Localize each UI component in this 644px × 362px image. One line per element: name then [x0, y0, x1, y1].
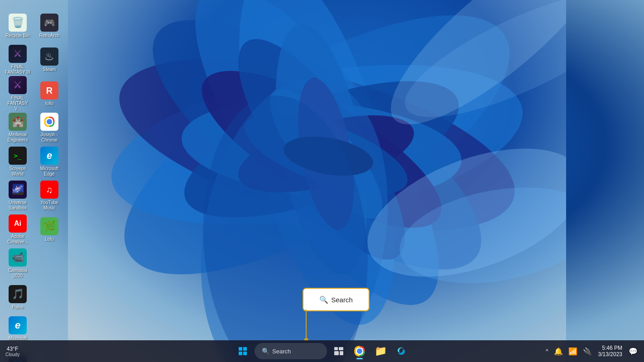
desktop-icon-universe[interactable]: 🌌 Universe Sandbox — [2, 179, 33, 213]
desktop-icon-lotu[interactable]: 🌿 Lotu — [34, 213, 65, 247]
tray-notification-icon[interactable]: 🔔 — [553, 346, 564, 357]
tray-chevron[interactable]: ^ — [545, 347, 549, 355]
desktop-icon-msedge1[interactable]: e Microsoft Edge — [34, 145, 65, 179]
msedge1-label: Microsoft Edge — [36, 166, 63, 177]
desktop-icon-medieval[interactable]: 🏰 Medieval Engineers — [2, 111, 33, 145]
svg-rect-30 — [239, 352, 242, 355]
taskbar-app-msedge[interactable] — [392, 342, 410, 360]
msedge1-icon: e — [40, 147, 58, 165]
desktop-icon-ytmusic[interactable]: ♫ YouTube Music — [34, 179, 65, 213]
desktop-icon-joseph-chrome[interactable]: Joseph - Chrome — [34, 111, 65, 145]
icon-row-3: 🏰 Medieval Engineers Joseph - Chrome — [2, 111, 65, 145]
tray-battery-icon[interactable]: 🔌 — [582, 346, 593, 357]
desktop-icon-adobe[interactable]: Ai Adobe Creative... — [2, 213, 33, 247]
joseph-chrome-label: Joseph - Chrome — [36, 132, 63, 143]
taskbar-app-explorer[interactable]: 📁 — [371, 342, 389, 360]
recycle-bin-label: Recycle Bin — [6, 33, 30, 38]
lotu-label: Lotu — [45, 237, 53, 242]
camtasia-icon: 📹 — [9, 248, 27, 267]
lotu-icon: 🌿 — [40, 217, 58, 235]
camtasia-label: Camtasia 2020 — [4, 268, 31, 279]
taskbar-task-view[interactable] — [330, 342, 348, 360]
desktop-icon-ff3[interactable]: ⚔ FINAL FANTASY III — [2, 43, 33, 77]
desktop-icon-camtasia[interactable]: 📹 Camtasia 2020 — [2, 247, 33, 281]
icon-row-4: >_ Screeps World e Microsoft Edge — [2, 145, 65, 179]
annotation-callout: 🔍 Search — [303, 288, 370, 317]
screeps-label: Screeps World — [4, 166, 31, 177]
medieval-label: Medieval Engineers — [4, 132, 31, 143]
clock-time: 5:46 PM — [598, 345, 622, 351]
desktop-icon-steam[interactable]: ♨ Steam — [34, 43, 65, 77]
svg-point-25 — [48, 120, 51, 124]
desktop-icon-piano[interactable]: 🎵 Piano — [2, 281, 33, 314]
desktop-icon-ffv[interactable]: ⚔ FINAL FANTASY V... — [2, 77, 33, 111]
desktop-icon-recycle-bin[interactable]: 🗑️ Recycle Bin — [2, 9, 33, 43]
ffv-label: FINAL FANTASY V... — [4, 95, 31, 112]
icon-row-8: 🎵 Piano — [2, 281, 65, 314]
retroarch-label: RetroArch — [39, 33, 59, 38]
desktop-icon-area: 🗑️ Recycle Bin 🎮 RetroArch ⚔ FINAL FANTA… — [0, 5, 67, 362]
ff3-label: FINAL FANTASY III — [4, 64, 31, 75]
svg-rect-34 — [334, 351, 339, 355]
icon-row-2: ⚔ FINAL FANTASY V... R Iollo — [2, 77, 65, 111]
taskbar-right: ^ 🔔 📶 🔌 5:46 PM 3/13/2023 💬 — [545, 344, 639, 358]
explorer-icon: 📁 — [375, 345, 387, 357]
task-view-icon — [334, 347, 343, 355]
msedge2-icon: e — [9, 316, 27, 334]
svg-rect-29 — [243, 347, 247, 351]
recycle-bin-icon: 🗑️ — [9, 14, 27, 32]
svg-rect-28 — [239, 347, 242, 351]
piano-icon: 🎵 — [9, 285, 27, 303]
svg-rect-35 — [340, 351, 343, 355]
iollo-icon: R — [40, 81, 58, 100]
ff3-icon: ⚔ — [9, 45, 27, 63]
screeps-icon: >_ — [9, 147, 27, 165]
weather-temp: 43°F — [7, 346, 18, 352]
taskbar: 43°F Cloudy 🔍 Search — [0, 340, 644, 362]
icon-row-0: 🗑️ Recycle Bin 🎮 RetroArch — [2, 9, 65, 43]
taskbar-search-label: Search — [272, 348, 291, 355]
tray-network-icon[interactable]: 📶 — [567, 346, 578, 357]
svg-point-38 — [358, 349, 361, 353]
weather-area[interactable]: 43°F Cloudy — [5, 346, 19, 357]
universe-label: Universe Sandbox — [4, 200, 31, 211]
adobe-icon: Ai — [9, 214, 27, 233]
clock-date: 3/13/2023 — [598, 351, 622, 357]
taskbar-search-icon: 🔍 — [262, 348, 269, 355]
edge-taskbar-icon — [396, 346, 407, 357]
svg-rect-32 — [334, 347, 338, 350]
iollo-label: Iollo — [45, 101, 53, 106]
taskbar-search-button[interactable]: 🔍 Search — [255, 343, 327, 359]
callout-box: 🔍 Search — [303, 288, 370, 311]
notification-center-icon[interactable]: 💬 — [628, 346, 639, 357]
start-button[interactable] — [234, 342, 252, 360]
steam-icon: ♨ — [40, 48, 58, 66]
desktop-icon-iollo[interactable]: R Iollo — [34, 77, 65, 111]
windows-logo-icon — [239, 347, 247, 355]
weather-desc: Cloudy — [5, 352, 19, 357]
icon-row-6: Ai Adobe Creative... 🌿 Lotu — [2, 213, 65, 247]
desktop-icon-retroarch[interactable]: 🎮 RetroArch — [34, 9, 65, 43]
desktop-icon-screeps[interactable]: >_ Screeps World — [2, 145, 33, 179]
callout-search-icon: 🔍 — [319, 295, 328, 304]
adobe-label: Adobe Creative... — [4, 234, 31, 245]
svg-rect-33 — [339, 347, 343, 350]
retroarch-icon: 🎮 — [40, 14, 58, 32]
taskbar-center: 🔍 Search 📁 — [234, 342, 410, 360]
taskbar-app-chrome[interactable] — [351, 342, 369, 360]
medieval-icon: 🏰 — [9, 113, 27, 131]
system-clock[interactable]: 5:46 PM 3/13/2023 — [596, 344, 624, 358]
chrome-taskbar-icon — [354, 346, 365, 357]
ytmusic-label: YouTube Music — [36, 200, 63, 211]
callout-label: Search — [331, 296, 353, 304]
universe-icon: 🌌 — [9, 181, 27, 199]
steam-label: Steam — [43, 67, 56, 72]
piano-label: Piano — [12, 305, 24, 310]
joseph-chrome-icon — [40, 113, 58, 131]
svg-rect-31 — [243, 352, 247, 355]
icon-row-7: 📹 Camtasia 2020 — [2, 247, 65, 281]
icon-row-1: ⚔ FINAL FANTASY III ♨ Steam — [2, 43, 65, 77]
icon-row-5: 🌌 Universe Sandbox ♫ YouTube Music — [2, 179, 65, 213]
taskbar-left: 43°F Cloudy — [5, 346, 21, 357]
ytmusic-icon: ♫ — [40, 181, 58, 199]
